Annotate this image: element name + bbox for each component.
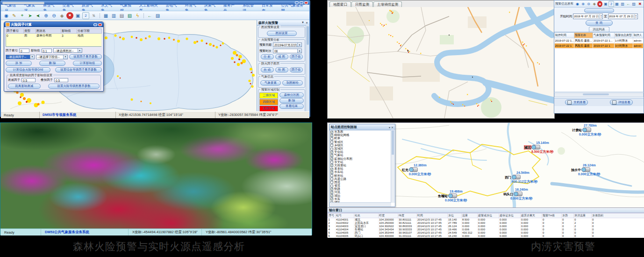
output-table-header[interactable]: 水体面积	[592, 214, 644, 218]
layer-checkbox[interactable]	[330, 131, 333, 134]
layer-checkbox[interactable]	[330, 161, 333, 164]
image-icon[interactable]	[154, 12, 161, 19]
station-marker[interactable]: 16.240m 码头口 0.000立方米/秒	[503, 187, 578, 200]
output-table-header[interactable]: 经度	[379, 214, 398, 218]
zoom-out-icon[interactable]	[586, 1, 591, 7]
remote-sensing-image[interactable]	[0, 123, 312, 228]
menu-item[interactable]: 水文气象	[101, 5, 115, 11]
calc-grid-button[interactable]: 计算综合火险等级Grid	[6, 67, 50, 72]
select-feature-icon[interactable]	[19, 12, 26, 19]
refresh-2-icon[interactable]	[608, 1, 614, 7]
layer-checkbox[interactable]	[330, 188, 333, 191]
edit-icon[interactable]	[11, 12, 18, 19]
factor-index-input[interactable]: 0	[19, 49, 29, 53]
factor-table-header[interactable]: 因子索引	[6, 29, 24, 34]
print-icon[interactable]	[118, 12, 125, 19]
dialog-minimize-button[interactable]	[93, 23, 97, 26]
table-row[interactable]: 0面森林分布图3地类	[6, 34, 102, 38]
layer-checkbox[interactable]	[330, 148, 333, 150]
layer-checkbox[interactable]	[330, 164, 333, 167]
stop-icon[interactable]	[66, 12, 73, 19]
fire-risk-map[interactable]: 长宁县 火险因子计算 因子索引类	[1, 20, 257, 111]
menu-item[interactable]: 雷电气象	[165, 5, 179, 11]
table-row[interactable]: 141104001城北104.20000030.8011112014/12/3 …	[328, 218, 644, 222]
zoom-in-icon[interactable]	[580, 1, 586, 7]
image-icon[interactable]	[631, 1, 637, 7]
dialog-close-button[interactable]	[98, 23, 102, 26]
zoom-percent-icon[interactable]	[90, 12, 97, 19]
close-button[interactable]	[304, 1, 308, 4]
flood-map[interactable]: 27.789m 计费站 0.000立方米/秒 15.140m 城北 8.500立…	[328, 123, 644, 207]
decay-input[interactable]: 0.5	[21, 78, 36, 82]
walk-back-icon[interactable]	[35, 12, 42, 19]
output-table-header[interactable]: 纬度	[398, 214, 417, 218]
menu-item[interactable]: 气象实况	[24, 5, 38, 11]
factor-table-header[interactable]: 影响值	[61, 29, 77, 34]
station-marker[interactable]: 24.549m 西门 430.312立方米/秒	[504, 171, 579, 184]
back-icon[interactable]	[626, 1, 631, 7]
minimize-button[interactable]	[295, 1, 299, 4]
field-select[interactable]: --请选择字段值--▼	[36, 55, 68, 59]
hidden-action-button[interactable]	[584, 8, 614, 13]
factor-graph-button[interactable]: 因子值	[290, 67, 303, 72]
query-button[interactable]: 查 询	[586, 20, 613, 26]
delete-button[interactable]: 删 除	[39, 61, 65, 66]
stop-icon[interactable]	[597, 1, 602, 7]
table-row[interactable]: 341104003宝莲渡口104.30262230.8633332014/12/…	[328, 225, 644, 228]
warning-area-button[interactable]: 查看结果	[279, 104, 304, 109]
maximize-button[interactable]	[300, 1, 303, 4]
window-titlebar[interactable]	[1, 1, 309, 5]
table-row[interactable]: 2019-07-22 1...风险库:暴雨...2019-07-22 1...1…	[555, 38, 644, 43]
collapse-icon[interactable]: ▾	[389, 126, 390, 129]
factor-table-header[interactable]: 类型	[24, 29, 36, 34]
export-icon[interactable]	[126, 12, 133, 19]
set-grid-display-button[interactable]: 设置综合等级因子显示参数	[55, 67, 102, 72]
message-table-header[interactable]: 预警名称	[574, 33, 593, 38]
close-icon[interactable]: ✕	[391, 126, 394, 129]
date-to-picker[interactable]: 2019 年 07 月 29 日 ▲▼	[608, 14, 638, 19]
output-table-header[interactable]: 泄洪流量	[574, 214, 592, 218]
layer-checkbox[interactable]	[330, 171, 333, 174]
close-icon[interactable]: ✕	[306, 21, 308, 24]
fire-factor-dialog[interactable]: 火险因子计算 因子索引类型图层名影响值分析字段 0面森林分布图3地类	[4, 21, 104, 92]
menu-item[interactable]: 林业气象	[43, 5, 57, 11]
factor-table-header[interactable]: 图层名	[36, 29, 61, 34]
layer-checkbox[interactable]	[330, 157, 333, 160]
table-row[interactable]: 541104005西门104.35344430.9631072014/12/3 …	[328, 231, 644, 235]
window-view-icon[interactable]	[74, 12, 81, 19]
factor-table-header[interactable]: 分析字段	[77, 29, 102, 34]
panel-close-icon[interactable]	[637, 1, 643, 7]
set-factor-display-button[interactable]: 设置因子显示参数	[69, 54, 102, 59]
output-table-header[interactable]: 流量	[462, 214, 478, 218]
table-row[interactable]: 441104004鱼嘴站104.34343430.9033332014/12/3…	[328, 228, 644, 231]
output-table-header[interactable]: 水位	[448, 214, 462, 218]
walk-forward-icon[interactable]	[27, 12, 34, 19]
weather-button[interactable]: 制图标绘	[282, 80, 303, 86]
output-table-header[interactable]: 站名	[354, 214, 379, 218]
factor-select[interactable]: --请选择因子--▼	[6, 55, 35, 59]
layer-checkbox[interactable]	[330, 185, 333, 187]
output-table-header[interactable]: 水势	[562, 214, 574, 218]
table-row[interactable]: 2019-07-22 1风险库:暴雨2019-07-22 13小时降水admin	[555, 43, 644, 49]
document-view-button[interactable]: 文档查看	[565, 100, 588, 105]
layers-icon[interactable]	[620, 1, 625, 7]
layer-checkbox[interactable]	[330, 141, 333, 143]
output-table-header[interactable]: 预警TH值	[542, 214, 562, 218]
layer-checkbox[interactable]	[330, 134, 333, 137]
window-view-icon[interactable]	[603, 1, 608, 7]
layer-checkbox[interactable]	[330, 174, 333, 177]
layer-panel-hscrollbar[interactable]	[329, 202, 391, 207]
warning-area-button[interactable]: 森林分区图	[279, 93, 304, 98]
detail-view-button[interactable]: 详情查看	[610, 100, 633, 105]
message-table-header[interactable]: 制作时间	[555, 33, 574, 38]
layer-checkbox[interactable]	[330, 198, 333, 200]
add-button[interactable]: 添 加	[6, 61, 32, 66]
menu-item[interactable]: 交通气象	[62, 5, 76, 11]
pin-icon[interactable]: ▼	[301, 21, 304, 24]
menu-item[interactable]: 决策气象	[204, 5, 218, 11]
table-row[interactable]: 641104006码头口104.40000031.0011112014/12/3…	[328, 235, 644, 238]
globe-icon[interactable]	[575, 1, 580, 7]
output-table-header[interactable]: 超历史最大	[521, 214, 542, 218]
rain-map[interactable]	[328, 7, 554, 118]
output-table-header[interactable]: 站号	[336, 214, 354, 218]
